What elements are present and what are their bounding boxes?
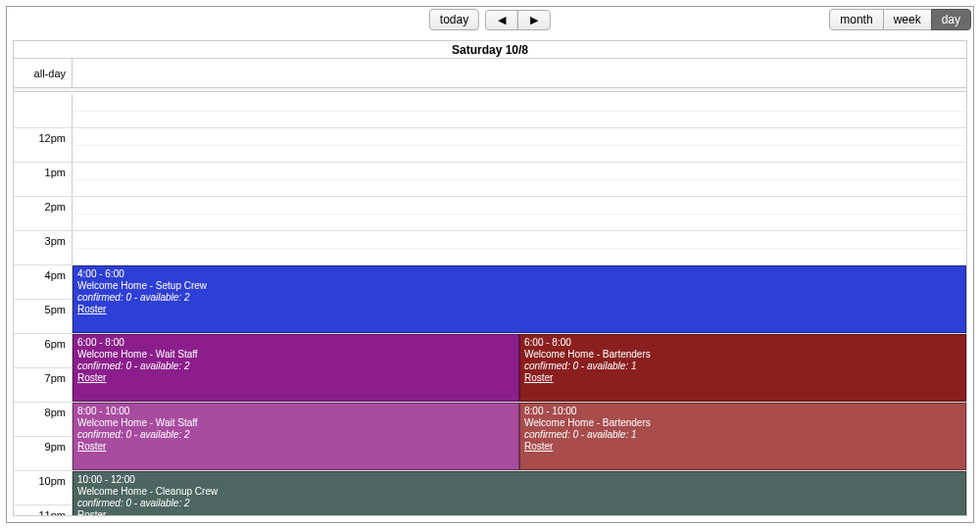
event-time: 8:00 - 10:00 — [524, 406, 961, 417]
event-wait2[interactable]: 8:00 - 10:00Welcome Home - Wait Staffcon… — [73, 403, 519, 470]
hour-label: 7pm — [14, 368, 73, 402]
event-status: confirmed: 0 - available: 2 — [77, 361, 514, 372]
event-status: confirmed: 0 - available: 2 — [77, 292, 961, 304]
event-title: Welcome Home - Wait Staff — [77, 417, 514, 429]
allday-cell[interactable] — [73, 59, 966, 87]
view-day-button[interactable]: day — [931, 9, 971, 30]
event-roster-link[interactable]: Roster — [524, 441, 961, 453]
event-wait1[interactable]: 6:00 - 8:00Welcome Home - Wait Staffconf… — [73, 334, 519, 402]
event-roster-link[interactable]: Roster — [524, 372, 961, 384]
app-frame: today ◀ ▶ month week day Saturday 10/8 a… — [6, 6, 974, 523]
event-title: Welcome Home - Setup Crew — [77, 280, 961, 292]
view-week-button[interactable]: week — [883, 9, 932, 30]
view-month-button[interactable]: month — [829, 9, 883, 30]
calendar: Saturday 10/8 all-day 12pm1pm2pm3pm4pm5p… — [13, 40, 967, 516]
hour-label: 2pm — [14, 197, 73, 230]
today-button[interactable]: today — [429, 9, 479, 30]
hour-label: 10pm — [14, 471, 73, 505]
time-grid: 12pm1pm2pm3pm4pm5pm6pm7pm8pm9pm10pm11pm4… — [14, 94, 966, 515]
event-status: confirmed: 0 - available: 1 — [524, 429, 961, 441]
calendar-date-header: Saturday 10/8 — [14, 41, 966, 59]
nav-buttons: ◀ ▶ — [485, 10, 551, 30]
prev-button[interactable]: ◀ — [485, 10, 518, 30]
event-time: 6:00 - 8:00 — [77, 337, 514, 349]
hour-label: 6pm — [14, 334, 73, 367]
events-layer: 4:00 - 6:00Welcome Home - Setup Crewconf… — [73, 94, 966, 515]
hour-label: 12pm — [14, 128, 73, 162]
event-roster-link[interactable]: Roster — [77, 372, 514, 384]
hour-label — [14, 94, 73, 127]
hour-label: 1pm — [14, 163, 73, 196]
event-time: 10:00 - 12:00 — [77, 474, 961, 486]
hour-label: 11pm — [14, 505, 73, 515]
event-bar1[interactable]: 6:00 - 8:00Welcome Home - Bartendersconf… — [519, 334, 966, 402]
event-time: 8:00 - 10:00 — [77, 406, 514, 417]
next-button[interactable]: ▶ — [517, 10, 551, 30]
allday-label: all-day — [14, 59, 73, 87]
event-title: Welcome Home - Wait Staff — [77, 349, 514, 361]
event-cleanup[interactable]: 10:00 - 12:00Welcome Home - Cleanup Crew… — [73, 471, 966, 515]
event-roster-link[interactable]: Roster — [77, 509, 961, 515]
hour-label: 8pm — [14, 403, 73, 436]
event-status: confirmed: 0 - available: 2 — [77, 429, 514, 441]
hour-label: 3pm — [14, 231, 73, 264]
event-time: 6:00 - 8:00 — [524, 337, 961, 349]
toolbar-center: today ◀ ▶ — [429, 9, 551, 30]
event-bar2[interactable]: 8:00 - 10:00Welcome Home - Bartenderscon… — [519, 403, 966, 470]
event-title: Welcome Home - Cleanup Crew — [77, 486, 961, 498]
calendar-toolbar: today ◀ ▶ month week day — [7, 9, 973, 36]
view-switcher: month week day — [829, 9, 971, 30]
event-roster-link[interactable]: Roster — [77, 304, 961, 315]
event-status: confirmed: 0 - available: 2 — [77, 498, 961, 509]
hour-label: 4pm — [14, 265, 73, 299]
event-setup[interactable]: 4:00 - 6:00Welcome Home - Setup Crewconf… — [73, 265, 966, 333]
event-title: Welcome Home - Bartenders — [524, 417, 961, 429]
hour-label: 5pm — [14, 300, 73, 333]
event-roster-link[interactable]: Roster — [77, 441, 514, 453]
grid-spacer — [14, 88, 966, 92]
allday-row: all-day — [14, 59, 966, 88]
hour-label: 9pm — [14, 437, 73, 470]
event-status: confirmed: 0 - available: 1 — [524, 361, 961, 372]
event-time: 4:00 - 6:00 — [77, 268, 961, 280]
event-title: Welcome Home - Bartenders — [524, 349, 961, 361]
